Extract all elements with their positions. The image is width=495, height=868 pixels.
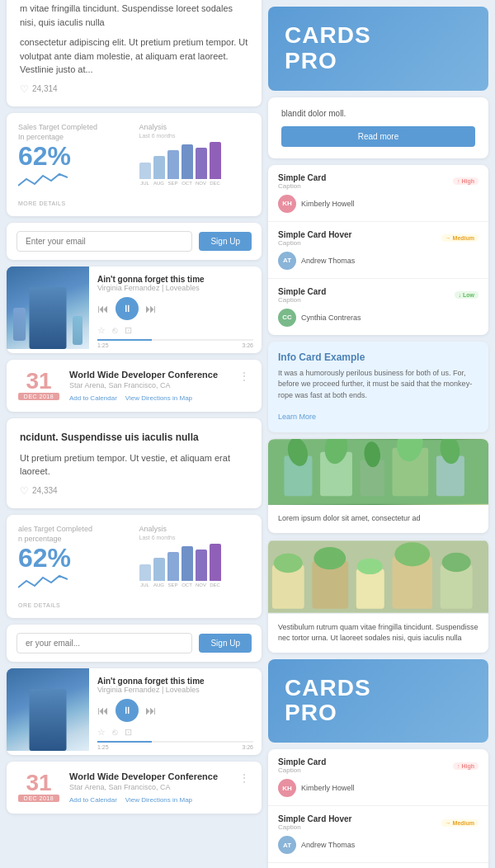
simple-card-item-2-2: Simple Card Caption ↓ Low CC Cynthia Con… xyxy=(268,863,488,868)
next-button-2[interactable]: ⏭ xyxy=(145,704,157,717)
bar-jul-2 xyxy=(139,564,151,581)
music-title-1: Ain't gonna forget this time xyxy=(97,275,253,284)
svg-point-19 xyxy=(357,558,383,573)
blog-likes-1: ♡ 24,314 xyxy=(20,83,248,95)
label-nov-2: NOV xyxy=(196,583,207,587)
simple-card-header-0: Simple Card Caption ↑ High xyxy=(278,173,478,190)
bar-aug-2 xyxy=(153,558,165,581)
simple-card-user-2: CC Cynthia Contreras xyxy=(278,309,478,327)
music-actions-2: ☆ ⎋ ⊡ xyxy=(97,727,253,738)
wavy-line-2 xyxy=(18,571,68,596)
bar-nov-1 xyxy=(196,148,207,179)
bar-oct-1 xyxy=(182,144,193,179)
bar-aug-1 xyxy=(153,156,165,179)
star-icon-2[interactable]: ☆ xyxy=(97,727,106,738)
music-artist-2: Virginia Fernandez | Loveables xyxy=(97,686,253,694)
view-directions-1[interactable]: View Directions in Map xyxy=(125,394,192,402)
analytics-percent-1: 62% xyxy=(18,143,130,169)
avatar-2-0: KH xyxy=(278,779,296,797)
hero-title-1: CARDSPRO xyxy=(285,23,472,74)
analytics-chart-area-2: Analysis Last 6 months JUL AUG SEP OCT N… xyxy=(139,525,251,587)
label-jul-2: JUL xyxy=(139,583,151,587)
chart-title-2: Analysis xyxy=(139,525,167,533)
cart-icon-1[interactable]: ⊡ xyxy=(125,325,132,336)
analytics-title-2: ales Target Completed xyxy=(18,525,130,533)
analytics-more-1: MORE DETAILS xyxy=(18,200,130,206)
simple-card-header-2-1: Simple Card Hover Caption → Medium xyxy=(278,814,478,831)
info-card-link-1[interactable]: Learn More xyxy=(278,413,316,421)
label-dec-2: DEC xyxy=(210,583,221,587)
label-oct-2: OCT xyxy=(182,583,193,587)
simple-card-title-2-0: Simple Card Caption xyxy=(278,757,326,774)
event-actions-2: Add to Calendar View Directions in Map xyxy=(69,796,229,804)
hero-card-2: CARDSPRO xyxy=(268,659,488,743)
heart-icon-2: ♡ xyxy=(20,485,29,497)
succulent-text-1: Vestibulum rutrum quam vitae fringilla t… xyxy=(268,614,488,653)
email-input-1[interactable] xyxy=(16,231,192,252)
share-icon-1[interactable]: ⎋ xyxy=(112,325,118,335)
readmore-button-1[interactable]: Read more xyxy=(281,126,475,147)
star-icon-1[interactable]: ☆ xyxy=(97,325,106,336)
analytics-card-2: ales Target Completed n percentage 62% O… xyxy=(7,515,262,618)
bar-oct-2 xyxy=(182,546,193,581)
signup-button-2[interactable]: Sign Up xyxy=(199,634,252,653)
prev-button-2[interactable]: ⏮ xyxy=(97,704,109,717)
svg-point-20 xyxy=(394,542,430,566)
analytics-card-1: Sales Target Completed In percentage 62%… xyxy=(7,113,262,216)
signup-card-2: Sign Up xyxy=(7,625,262,662)
music-times-1: 1:25 3:26 xyxy=(97,342,253,348)
cart-icon-2[interactable]: ⊡ xyxy=(125,727,132,738)
event-menu-1[interactable]: ⋮ xyxy=(238,370,250,383)
simple-card-item-2-1: Simple Card Hover Caption → Medium AT An… xyxy=(268,806,488,863)
simple-card-item-0: Simple Card Caption ↑ High KH Kimberly H… xyxy=(268,165,488,222)
simple-card-user-2-1: AT Andrew Thomas xyxy=(278,836,478,854)
blog-heading-2: ncidunt. Suspendisse uis iaculis nulla xyxy=(20,430,248,445)
info-card-1: Info Card Example It was a humorously pe… xyxy=(268,342,488,433)
event-date-box-2: 31 DEC 2018 xyxy=(18,771,59,802)
bar-sep-1 xyxy=(167,150,179,179)
bar-chart-1 xyxy=(139,142,221,179)
view-directions-2[interactable]: View Directions in Map xyxy=(125,796,192,804)
play-button-2[interactable]: ⏸ xyxy=(116,699,139,722)
blog-text-1: m vitae fringilla tincidunt. Suspendisse… xyxy=(20,2,248,29)
simple-card-header-2-0: Simple Card Caption ↑ High xyxy=(278,757,478,774)
email-input-2[interactable] xyxy=(16,633,192,653)
user-name-2: Cynthia Contreras xyxy=(301,314,361,322)
music-title-2: Ain't gonna forget this time xyxy=(97,677,253,686)
simple-card-header-2: Simple Card Caption ↓ Low xyxy=(278,287,478,304)
music-album-art-2 xyxy=(7,668,89,751)
music-time-current-1: 1:25 xyxy=(97,342,109,348)
right-column: CARDSPRO blandit dolor moll. Read more S… xyxy=(268,0,495,868)
simple-cards-group-2: Simple Card Caption ↑ High KH Kimberly H… xyxy=(268,749,488,868)
prev-button-1[interactable]: ⏮ xyxy=(97,302,109,315)
simple-card-title-2: Simple Card Caption xyxy=(278,287,326,304)
analytics-percent-2: 62% xyxy=(18,545,130,571)
event-date-box-1: 31 DEC 2018 xyxy=(18,370,59,400)
music-time-total-2: 3:26 xyxy=(242,744,253,750)
user-name-1: Andrew Thomas xyxy=(301,257,355,265)
share-icon-2[interactable]: ⎋ xyxy=(112,727,118,737)
simple-card-header-1: Simple Card Hover Caption → Medium xyxy=(278,230,478,247)
add-calendar-1[interactable]: Add to Calendar xyxy=(69,394,117,402)
music-progress-bar-2 xyxy=(97,741,253,743)
music-progress-fill-1 xyxy=(97,339,152,341)
simple-cards-group-1: Simple Card Caption ↑ High KH Kimberly H… xyxy=(268,165,488,335)
chart-title-1: Analysis xyxy=(139,123,167,131)
signup-card-1: Sign Up xyxy=(7,223,262,260)
analytics-subtitle-1: In percentage xyxy=(18,133,130,141)
blog-card-1: m vitae fringilla tincidunt. Suspendisse… xyxy=(7,0,262,106)
next-button-1[interactable]: ⏭ xyxy=(145,302,157,315)
analytics-subtitle-2: n percentage xyxy=(18,535,130,543)
simple-card-user-2-0: KH Kimberly Howell xyxy=(278,779,478,797)
music-time-total-1: 3:26 xyxy=(242,342,253,348)
avatar-0: KH xyxy=(278,195,296,213)
signup-button-1[interactable]: Sign Up xyxy=(199,232,252,251)
music-times-2: 1:25 3:26 xyxy=(97,744,253,750)
event-card-1: 31 DEC 2018 World Wide Developer Confere… xyxy=(7,360,262,412)
simple-card-title-1: Simple Card Hover Caption xyxy=(278,230,351,247)
svg-rect-14 xyxy=(356,568,384,609)
event-menu-2[interactable]: ⋮ xyxy=(238,771,250,785)
play-button-1[interactable]: ⏸ xyxy=(116,297,139,320)
add-calendar-2[interactable]: Add to Calendar xyxy=(69,796,117,804)
analytics-left-1: Sales Target Completed In percentage 62%… xyxy=(18,123,130,206)
